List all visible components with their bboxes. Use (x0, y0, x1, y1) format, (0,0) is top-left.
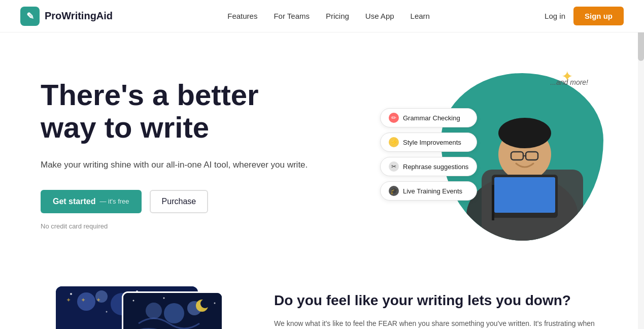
svg-point-32 (133, 300, 134, 302)
logo-text: ProWritingAid (45, 10, 113, 22)
hero-buttons: Get started — it's free Purchase (41, 190, 308, 213)
nav-features[interactable]: Features (227, 12, 257, 20)
grammar-icon: ✏ (389, 113, 399, 123)
nav-actions: Log in Sign up (545, 7, 624, 25)
scrollbar-track[interactable] (638, 0, 644, 329)
hero-section: There's a better way to write Make your … (0, 32, 644, 266)
second-content: Do you feel like your writing lets you d… (274, 286, 603, 329)
nav-use-app[interactable]: Use App (365, 12, 394, 20)
rephrase-icon: ✂ (389, 161, 399, 172)
svg-point-27 (164, 303, 184, 323)
nav-pricing[interactable]: Pricing (326, 12, 349, 20)
get-started-button[interactable]: Get started — it's free (41, 190, 142, 213)
pill-training: 🎓 Live Training Events (380, 181, 477, 201)
logo-icon: ✎ (20, 7, 40, 26)
svg-point-21 (106, 311, 108, 313)
svg-point-11 (77, 292, 95, 311)
navigation: ✎ ProWritingAid Features For Teams Prici… (0, 0, 644, 32)
sparkle-icon: ✦ (561, 68, 573, 85)
purchase-button[interactable]: Purchase (150, 190, 209, 213)
pill-rephrase: ✂ Rephrase suggestions (380, 157, 477, 176)
svg-point-12 (95, 290, 108, 303)
nav-for-teams[interactable]: For Teams (274, 12, 310, 20)
svg-point-33 (163, 298, 165, 299)
svg-point-18 (70, 293, 72, 295)
second-section: My idea in my head Do you feel like your… (0, 266, 644, 329)
pill-grammar: ✏ Grammar Checking (380, 108, 477, 127)
nav-learn[interactable]: Learn (411, 12, 430, 20)
nav-links: Features For Teams Pricing Use App Learn (227, 12, 430, 21)
second-section-body: We know what it's like to feel the FEAR … (274, 318, 603, 329)
signup-button[interactable]: Sign up (573, 7, 624, 25)
style-icon: ⚡ (389, 137, 399, 147)
svg-point-3 (498, 118, 551, 148)
front-image-card (122, 291, 223, 329)
svg-point-34 (214, 303, 216, 304)
pill-style: ⚡ Style Improvements (380, 133, 477, 152)
svg-rect-8 (494, 177, 555, 213)
no-card-text: No credit card required (41, 222, 308, 230)
training-icon: 🎓 (389, 186, 399, 196)
image-area: My idea in my head (41, 286, 233, 329)
svg-point-31 (200, 299, 210, 308)
hero-illustration: ...and more! ✦ ✏ Grammar Checking ⚡ Styl… (380, 63, 603, 246)
svg-rect-9 (492, 185, 494, 220)
logo-link[interactable]: ✎ ProWritingAid (20, 7, 113, 26)
hero-subtitle: Make your writing shine with our all-in-… (41, 158, 308, 172)
image-stack: My idea in my head (41, 286, 223, 329)
second-section-title: Do you feel like your writing lets you d… (274, 291, 603, 310)
login-button[interactable]: Log in (545, 12, 565, 20)
svg-point-29 (146, 303, 162, 319)
feature-pills: ✏ Grammar Checking ⚡ Style Improvements … (380, 108, 477, 201)
hero-content: There's a better way to write Make your … (41, 79, 308, 230)
hero-title: There's a better way to write (41, 79, 308, 144)
